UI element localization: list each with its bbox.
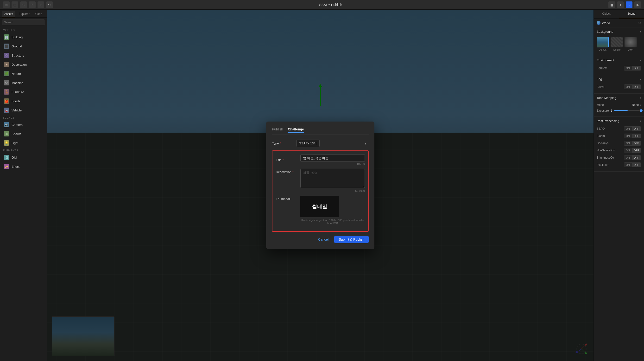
- undo-icon[interactable]: ↩: [38, 2, 44, 8]
- pixelation-toggle[interactable]: ON OFF: [624, 162, 641, 167]
- square-icon[interactable]: ◻: [12, 2, 18, 8]
- environment-section-body: Equirect ON OFF: [594, 65, 644, 75]
- sidebar-item-effect[interactable]: ✨ Effect: [1, 162, 46, 171]
- fog-active-label: Active: [597, 85, 604, 89]
- tab-code[interactable]: Code: [33, 11, 45, 17]
- world-settings-icon[interactable]: ⚙: [638, 21, 641, 25]
- sidebar-item-ground[interactable]: ⬛ Ground: [1, 42, 46, 51]
- tab-challenge[interactable]: Challenge: [288, 127, 304, 133]
- equirect-row: Equirect ON OFF: [597, 65, 641, 72]
- swatch-color[interactable]: Color: [624, 37, 636, 51]
- sidebar-item-nature[interactable]: 🌿 Nature: [1, 69, 46, 78]
- god-rays-off-btn[interactable]: OFF: [632, 141, 641, 145]
- scenes-section-label: Scenes: [0, 115, 47, 120]
- pixelation-off-btn[interactable]: OFF: [632, 163, 641, 167]
- monitor-icon[interactable]: ▣: [608, 2, 615, 8]
- bloom-off-btn[interactable]: OFF: [632, 134, 641, 138]
- thumbnail-upload[interactable]: 썸네일: [300, 196, 339, 217]
- sidebar-item-spawn[interactable]: ⊕ Spawn: [1, 129, 46, 138]
- redo-icon[interactable]: ↪: [46, 2, 53, 8]
- right-tabs: Object Scene: [594, 10, 644, 19]
- bloom-row: Bloom ON OFF: [597, 132, 641, 140]
- play-icon[interactable]: ▶: [634, 2, 641, 8]
- modal-overlay: Publish Challenge Type * SSAFY 13기: [47, 10, 594, 361]
- sidebar-item-structure[interactable]: ⬡ Structure: [1, 51, 46, 60]
- sidebar-item-camera[interactable]: 📷 Camera: [1, 120, 46, 129]
- sidebar-item-machine[interactable]: ⚙ Machine: [1, 78, 46, 87]
- sidebar-item-light[interactable]: 💡 Light: [1, 138, 46, 148]
- fog-section-header[interactable]: Fog ▾: [594, 75, 644, 83]
- question-icon[interactable]: ?: [29, 2, 36, 8]
- viewport[interactable]: X Y Z Publish Challenge Type *: [47, 10, 594, 361]
- god-rays-label: God-rays: [597, 142, 608, 145]
- title-input[interactable]: [300, 154, 365, 162]
- sidebar-item-gui[interactable]: 🖥 GUI: [1, 153, 46, 162]
- tab-publish[interactable]: Publish: [272, 127, 283, 133]
- sidebar-item-furniture[interactable]: 🪑 Furniture: [1, 87, 46, 97]
- description-row: Description * 5 / 1000: [276, 169, 365, 192]
- fog-section: Fog ▾ Active ON OFF: [594, 75, 644, 94]
- ssao-on-btn[interactable]: ON: [624, 127, 632, 131]
- chevron-down-icon[interactable]: ▾: [617, 2, 624, 8]
- tone-mapping-chevron: ▾: [640, 97, 641, 99]
- fog-on-btn[interactable]: ON: [624, 85, 632, 89]
- hue-label: HueSaturation: [597, 149, 615, 152]
- exposure-slider[interactable]: [614, 110, 641, 111]
- hue-toggle[interactable]: ON OFF: [624, 148, 641, 153]
- cancel-button[interactable]: Cancel: [315, 236, 332, 243]
- sidebar-search-container: [0, 18, 47, 27]
- title-label: Title *: [276, 158, 298, 162]
- sidebar-item-vehicle[interactable]: 🚗 Vehicle: [1, 106, 46, 115]
- submit-publish-button[interactable]: Submit & Publish: [334, 236, 369, 243]
- brightness-off-btn[interactable]: OFF: [632, 155, 641, 160]
- sidebar-item-building[interactable]: 🏢 Building: [1, 33, 46, 42]
- modal-bordered-section: Title * 10 / 50 Description *: [272, 150, 369, 232]
- equirect-off-btn[interactable]: OFF: [632, 66, 641, 70]
- hue-on-btn[interactable]: ON: [624, 148, 632, 153]
- swatch-texture[interactable]: Texture: [610, 37, 622, 51]
- brightness-on-btn[interactable]: ON: [624, 155, 632, 160]
- tab-assets[interactable]: Assets: [2, 11, 16, 17]
- background-section: Background ▾ Default Texture Color: [594, 28, 644, 56]
- search-input[interactable]: [2, 20, 45, 25]
- post-processing-header[interactable]: Post Processing ▾: [594, 117, 644, 125]
- swatch-default[interactable]: Default: [597, 37, 609, 51]
- tone-mapping-section: Tone Mapping ▾ Mode None › Exposure 1: [594, 94, 644, 117]
- sidebar-item-decoration[interactable]: ✦ Decoration: [1, 60, 46, 69]
- fog-toggle[interactable]: ON OFF: [624, 85, 641, 89]
- download-icon[interactable]: ↓: [626, 2, 632, 8]
- type-row: Type * SSAFY 13기: [272, 140, 369, 147]
- equirect-on-btn[interactable]: ON: [624, 66, 632, 70]
- type-select-wrapper: SSAFY 13기: [296, 140, 369, 147]
- equirect-toggle[interactable]: ON OFF: [624, 66, 641, 71]
- ssao-toggle[interactable]: ON OFF: [624, 126, 641, 131]
- fog-off-btn[interactable]: OFF: [632, 85, 641, 89]
- environment-section-header[interactable]: Environment ▾: [594, 56, 644, 65]
- gui-label: GUI: [12, 156, 17, 159]
- structure-label: Structure: [12, 54, 24, 57]
- type-select[interactable]: SSAFY 13기: [296, 140, 320, 147]
- god-rays-toggle[interactable]: ON OFF: [624, 141, 641, 146]
- grid-icon[interactable]: ⊞: [3, 2, 10, 8]
- ssao-off-btn[interactable]: OFF: [632, 127, 641, 131]
- tab-object[interactable]: Object: [594, 10, 619, 18]
- cursor-icon[interactable]: ↖: [20, 2, 27, 8]
- tab-explorer[interactable]: Explorer: [16, 11, 32, 17]
- ssao-label: SSAO: [597, 127, 604, 130]
- tab-scene[interactable]: Scene: [619, 10, 644, 18]
- sidebar-item-foods[interactable]: 🍎 Foods: [1, 97, 46, 106]
- tone-mapping-header[interactable]: Tone Mapping ▾: [594, 94, 644, 102]
- pixelation-on-btn[interactable]: ON: [624, 163, 632, 167]
- background-section-header[interactable]: Background ▾: [594, 28, 644, 36]
- world-title-label: World: [602, 21, 610, 25]
- topbar-left: ⊞ ◻ ↖ ? ↩ ↪: [3, 2, 53, 8]
- nature-icon: 🌿: [4, 71, 9, 76]
- god-rays-on-btn[interactable]: ON: [624, 141, 632, 145]
- background-chevron: ▾: [640, 30, 641, 33]
- hue-off-btn[interactable]: OFF: [632, 148, 641, 153]
- description-textarea[interactable]: [300, 169, 365, 188]
- brightness-toggle[interactable]: ON OFF: [624, 155, 641, 160]
- vehicle-label: Vehicle: [12, 109, 22, 112]
- bloom-toggle[interactable]: ON OFF: [624, 134, 641, 138]
- bloom-on-btn[interactable]: ON: [624, 134, 632, 138]
